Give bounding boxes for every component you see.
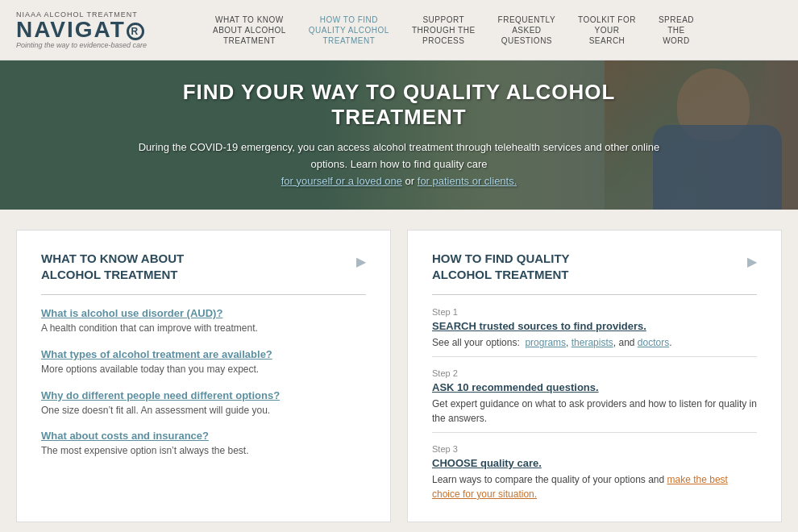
hero-title: FIND YOUR WAY TO QUALITY ALCOHOL TREATME… xyxy=(133,80,665,130)
step-divider-1 xyxy=(432,356,757,357)
left-card-header: WHAT TO KNOW ABOUTALCOHOL TREATMENT ▶ xyxy=(41,251,366,295)
left-card: WHAT TO KNOW ABOUTALCOHOL TREATMENT ▶ Wh… xyxy=(16,230,391,522)
hero-link-self[interactable]: for yourself or a loved one xyxy=(281,175,402,187)
left-card-arrow-icon: ▶ xyxy=(356,254,366,269)
right-card-header: HOW TO FIND QUALITYALCOHOL TREATMENT ▶ xyxy=(432,251,757,295)
step-1-link-doctors[interactable]: doctors xyxy=(638,337,669,348)
hero-body: During the COVID-19 emergency, you can a… xyxy=(133,139,665,189)
right-card: HOW TO FIND QUALITYALCOHOL TREATMENT ▶ S… xyxy=(407,230,782,522)
step-1-link-therapists[interactable]: therapists xyxy=(571,337,613,348)
step-2-label: Step 2 xyxy=(432,368,757,378)
logo-o-circle: R xyxy=(127,23,144,40)
step-1-link[interactable]: SEARCH trusted sources to find providers… xyxy=(432,320,757,332)
left-card-desc-1: A health condition that can improve with… xyxy=(41,322,258,334)
nav-faq[interactable]: FREQUENTLY ASKED QUESTIONS xyxy=(487,15,567,46)
header: NIAAA ALCOHOL TREATMENT NAVIGATR Pointin… xyxy=(0,0,798,60)
step-1-desc: See all your options: programs, therapis… xyxy=(432,335,757,350)
cards-section: WHAT TO KNOW ABOUTALCOHOL TREATMENT ▶ Wh… xyxy=(0,210,798,532)
step-2-link[interactable]: ASK 10 recommended questions. xyxy=(432,381,757,393)
logo-sub-text: Pointing the way to evidence-based care xyxy=(16,41,177,49)
left-card-link-2[interactable]: What types of alcohol treatment are avai… xyxy=(41,348,366,360)
left-card-desc-4: The most expensive option isn’t always t… xyxy=(41,445,248,456)
hero-link-patients[interactable]: for patients or clients. xyxy=(418,175,517,187)
step-2-desc: Get expert guidance on what to ask provi… xyxy=(432,397,757,426)
hero-body-text: During the COVID-19 emergency, you can a… xyxy=(139,141,660,170)
step-3-link[interactable]: CHOOSE quality care. xyxy=(432,457,757,469)
left-card-title: WHAT TO KNOW ABOUTALCOHOL TREATMENT xyxy=(41,251,184,282)
logo-main: NAVIGATR xyxy=(16,19,177,41)
hero-section: FIND YOUR WAY TO QUALITY ALCOHOL TREATME… xyxy=(0,60,798,210)
hero-content: FIND YOUR WAY TO QUALITY ALCOHOL TREATME… xyxy=(117,80,681,189)
left-card-desc-2: More options available today than you ma… xyxy=(41,364,259,375)
nav-what-to-know[interactable]: WHAT TO KNOW ABOUT ALCOHOL TREATMENT xyxy=(202,15,297,46)
logo-navigator-text: NAVIGAT xyxy=(16,17,126,42)
right-card-title: HOW TO FIND QUALITYALCOHOL TREATMENT xyxy=(432,251,570,282)
left-card-item-4: What about costs and insurance? The most… xyxy=(41,430,366,458)
left-card-link-1[interactable]: What is alcohol use disorder (AUD)? xyxy=(41,307,366,319)
logo: NIAAA ALCOHOL TREATMENT NAVIGATR Pointin… xyxy=(16,10,177,49)
left-card-item-2: What types of alcohol treatment are avai… xyxy=(41,348,366,376)
step-3-label: Step 3 xyxy=(432,444,757,454)
step-3-desc: Learn ways to compare the quality of you… xyxy=(432,472,757,501)
left-card-item-3: Why do different people need different o… xyxy=(41,389,366,418)
left-card-item-1: What is alcohol use disorder (AUD)? A he… xyxy=(41,307,366,335)
nav-how-to-find[interactable]: HOW TO FIND QUALITY ALCOHOL TREATMENT xyxy=(297,15,401,46)
hero-or-text: or xyxy=(405,175,418,187)
nav-toolkit[interactable]: TOOLKIT FOR YOUR SEARCH xyxy=(567,15,647,46)
main-nav: WHAT TO KNOW ABOUT ALCOHOL TREATMENT HOW… xyxy=(202,15,782,46)
step-3-link-best-choice[interactable]: make the best choice for your situation. xyxy=(432,474,728,500)
left-card-desc-3: One size doesn’t fit all. An assessment … xyxy=(41,405,270,416)
left-card-link-4[interactable]: What about costs and insurance? xyxy=(41,430,366,442)
nav-support[interactable]: SUPPORT THROUGH THE PROCESS xyxy=(401,15,487,46)
right-card-arrow-icon: ▶ xyxy=(747,254,757,269)
nav-spread[interactable]: SPREAD THE WORD xyxy=(647,15,705,46)
step-divider-2 xyxy=(432,432,757,433)
left-card-link-3[interactable]: Why do different people need different o… xyxy=(41,389,366,401)
step-1-label: Step 1 xyxy=(432,307,757,317)
step-1-link-programs[interactable]: programs xyxy=(525,337,566,348)
